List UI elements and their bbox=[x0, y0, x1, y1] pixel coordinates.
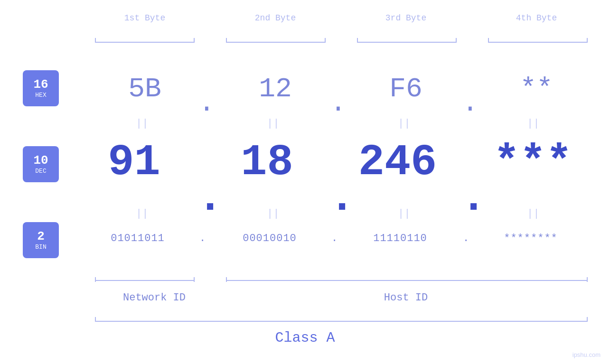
dec-value-b1: 91 bbox=[76, 138, 192, 187]
bin-dot-3: . bbox=[463, 233, 469, 244]
bin-badge: 2 BIN bbox=[23, 222, 59, 258]
eq-hex-dec-b4: || bbox=[527, 118, 539, 130]
header-byte2: 2nd Byte bbox=[228, 13, 323, 23]
bracket-b3-top bbox=[357, 42, 457, 43]
bottom-bracket-net-left-tick bbox=[95, 277, 96, 282]
dec-value-b3: 246 bbox=[339, 138, 456, 187]
eq-dec-bin-b2: || bbox=[267, 208, 279, 220]
bin-badge-label: BIN bbox=[35, 243, 46, 251]
header-byte3: 3rd Byte bbox=[358, 13, 453, 23]
bracket-b1-top bbox=[95, 42, 195, 43]
eq-hex-dec-b1: || bbox=[136, 118, 148, 130]
bottom-bracket-net-right-tick bbox=[194, 277, 195, 282]
hex-value-b2: 12 bbox=[228, 74, 323, 104]
bracket-b4-right-tick bbox=[587, 38, 588, 43]
eq-hex-dec-b2: || bbox=[267, 118, 279, 130]
dec-value-b4: *** bbox=[475, 138, 591, 187]
bottom-bracket-host-left-tick bbox=[226, 277, 227, 282]
bracket-b1-right-tick bbox=[194, 38, 195, 43]
hex-badge-number: 16 bbox=[33, 78, 48, 92]
dec-badge-number: 10 bbox=[33, 154, 48, 168]
dec-dot-3: . bbox=[460, 173, 487, 223]
main-diagram: 16 HEX 10 DEC 2 BIN 1st Byte 2nd Byte 3r… bbox=[0, 0, 610, 364]
bracket-b3-right-tick bbox=[456, 38, 457, 43]
dec-badge: 10 DEC bbox=[23, 146, 59, 182]
hex-badge-label: HEX bbox=[35, 92, 46, 99]
hex-dot-1: . bbox=[198, 88, 215, 119]
host-id-label: Host ID bbox=[223, 292, 589, 304]
bin-value-b2: 00010010 bbox=[213, 233, 327, 244]
bin-value-b1: 01011011 bbox=[81, 233, 195, 244]
hex-value-b3: F6 bbox=[358, 74, 453, 104]
hex-value-b1: 5B bbox=[97, 74, 192, 104]
class-bracket-right-tick bbox=[587, 317, 588, 322]
bracket-b4-top bbox=[488, 42, 588, 43]
class-a-label: Class A bbox=[0, 330, 610, 346]
dec-value-b2: 18 bbox=[209, 138, 325, 187]
hex-badge: 16 HEX bbox=[23, 70, 59, 106]
bin-dot-1: . bbox=[199, 233, 206, 244]
watermark: ipshu.com bbox=[572, 351, 601, 358]
bin-value-b3: 11110110 bbox=[343, 233, 457, 244]
network-id-label: Network ID bbox=[95, 292, 214, 304]
hex-value-b4: ** bbox=[489, 74, 584, 104]
hex-dot-3: . bbox=[462, 88, 479, 119]
bin-badge-number: 2 bbox=[37, 230, 45, 243]
dec-dot-2: . bbox=[329, 173, 355, 223]
dec-dot-1: . bbox=[197, 173, 223, 223]
bin-dot-2: . bbox=[331, 233, 338, 244]
bottom-bracket-host-top bbox=[226, 280, 588, 281]
bin-value-b4: ******** bbox=[474, 233, 588, 244]
bottom-bracket-net-top bbox=[95, 280, 195, 281]
eq-dec-bin-b4: || bbox=[527, 208, 539, 220]
bracket-b2-right-tick bbox=[325, 38, 326, 43]
header-byte1: 1st Byte bbox=[97, 13, 192, 23]
bracket-b2-top bbox=[226, 42, 326, 43]
bottom-bracket-host-right-tick bbox=[587, 277, 588, 282]
eq-hex-dec-b3: || bbox=[398, 118, 410, 130]
dec-badge-label: DEC bbox=[35, 168, 46, 175]
class-bracket-line bbox=[95, 321, 588, 322]
header-byte4: 4th Byte bbox=[489, 13, 584, 23]
eq-dec-bin-b3: || bbox=[398, 208, 410, 220]
hex-dot-2: . bbox=[330, 88, 347, 119]
eq-dec-bin-b1: || bbox=[136, 208, 148, 220]
